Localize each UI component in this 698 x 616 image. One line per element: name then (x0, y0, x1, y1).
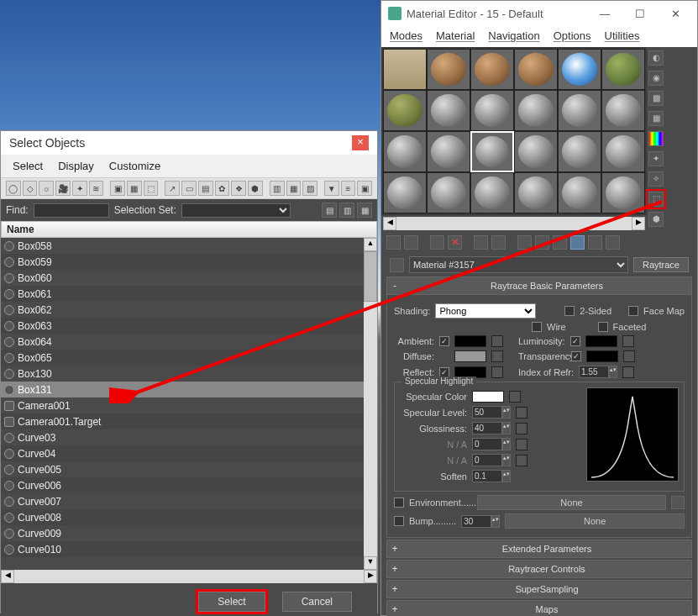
background-icon[interactable]: ▩ (648, 91, 664, 106)
expand-icon[interactable]: + (390, 563, 400, 575)
filter-shapes-icon[interactable]: ◇ (23, 181, 38, 196)
spinner-icon[interactable]: ▴▾ (609, 366, 617, 378)
ior-input[interactable] (579, 366, 609, 378)
facemap-checkbox[interactable] (628, 306, 638, 316)
environment-map-button[interactable]: None (477, 495, 666, 510)
ambient-checkbox[interactable] (439, 336, 449, 346)
spinner-icon[interactable]: ▴▾ (502, 406, 511, 419)
tool-filter-icon[interactable]: ▼ (324, 181, 339, 196)
sample-slot[interactable] (427, 90, 470, 131)
scroll-right-icon[interactable]: ▶ (632, 217, 645, 230)
list-item[interactable]: Box058 (1, 238, 377, 254)
sample-uv-icon[interactable]: ▦ (648, 111, 664, 126)
menu-navigation[interactable]: Navigation (488, 29, 539, 42)
sample-hscroll[interactable]: ◀ ▶ (383, 217, 645, 230)
scroll-left-icon[interactable]: ◀ (383, 217, 396, 230)
put-to-scene-icon[interactable] (404, 235, 418, 250)
list-item[interactable]: Curve007 (1, 493, 377, 509)
scroll-down-icon[interactable]: ▼ (364, 556, 377, 570)
sample-slot[interactable] (514, 90, 558, 131)
ambient-swatch[interactable] (454, 335, 486, 347)
sample-slot[interactable] (601, 90, 645, 131)
find-input[interactable] (34, 203, 109, 218)
list-item[interactable]: Camera001 (1, 398, 377, 413)
material-type-button[interactable]: Raytrace (633, 257, 689, 272)
rollout-header[interactable]: +Maps (386, 600, 692, 616)
make-copy-icon[interactable] (474, 235, 488, 250)
menu-options[interactable]: Options (554, 29, 591, 42)
list-item[interactable]: Curve010 (1, 541, 377, 557)
filter-groups-icon[interactable]: ▣ (110, 181, 125, 196)
rollout-header[interactable]: +Raytracer Controls (386, 560, 692, 578)
material-map-nav-icon[interactable]: ⬢ (648, 212, 664, 227)
sample-slot[interactable] (558, 131, 601, 172)
ambient-map-button[interactable] (491, 335, 503, 347)
sample-slot[interactable] (514, 49, 558, 90)
spinner-icon[interactable]: ▴▾ (502, 470, 511, 482)
filter-lights-icon[interactable]: ☼ (39, 181, 54, 196)
luminosity-swatch[interactable] (585, 335, 617, 347)
name-column-header[interactable]: Name (1, 221, 377, 238)
list-tool-a-icon[interactable]: ▤ (322, 203, 337, 218)
sample-slot[interactable] (383, 172, 427, 213)
glossiness-map-button[interactable] (516, 423, 527, 434)
show-map-icon[interactable] (553, 235, 567, 250)
reflect-checkbox[interactable] (439, 367, 449, 377)
diffuse-map-button[interactable] (491, 350, 503, 362)
sample-slot[interactable] (427, 131, 470, 172)
diffuse-swatch[interactable] (454, 350, 486, 362)
glossiness-input[interactable] (472, 422, 502, 434)
list-item[interactable]: Curve04 (1, 445, 377, 461)
scroll-thumb[interactable] (364, 251, 377, 302)
list-item[interactable]: Curve006 (1, 477, 377, 493)
sample-slot[interactable] (558, 90, 601, 131)
spec-color-swatch[interactable] (472, 391, 504, 403)
list-item[interactable]: Box064 (1, 334, 377, 350)
reset-map-icon[interactable]: ✕ (448, 235, 462, 250)
make-unique-icon[interactable] (491, 235, 506, 250)
select-invert-icon[interactable]: ▤ (198, 181, 213, 196)
backlight-icon[interactable]: ◉ (648, 71, 664, 86)
tool-b-icon[interactable]: ▦ (286, 181, 302, 196)
wire-checkbox[interactable] (532, 322, 542, 332)
sample-slot[interactable] (601, 131, 645, 172)
minimize-icon[interactable]: — (590, 4, 620, 23)
sample-slot[interactable] (558, 172, 601, 213)
options-icon[interactable]: ✧ (648, 171, 664, 187)
sample-slot-selected[interactable] (470, 131, 514, 172)
filter-geometry-icon[interactable]: ◯ (6, 181, 21, 196)
menu-utilities[interactable]: Utilities (605, 29, 640, 42)
list-vertical-scrollbar[interactable]: ▲ ▼ (364, 238, 377, 570)
list-item[interactable]: Box061 (1, 286, 377, 302)
menu-material[interactable]: Material (436, 29, 475, 42)
list-tool-b-icon[interactable]: ▥ (339, 203, 354, 218)
list-item[interactable]: Box060 (1, 270, 377, 286)
luminosity-checkbox[interactable] (570, 336, 580, 346)
list-item[interactable]: Box062 (1, 302, 377, 318)
close-icon[interactable]: ✕ (660, 4, 690, 23)
close-icon[interactable]: × (352, 135, 369, 150)
video-color-check-icon[interactable] (648, 131, 664, 146)
bump-checkbox[interactable] (394, 516, 404, 526)
list-tool-c-icon[interactable]: ▦ (357, 203, 372, 218)
list-horizontal-scrollbar[interactable]: ◀ ▶ (1, 570, 377, 583)
menu-modes[interactable]: Modes (390, 29, 422, 42)
twosided-checkbox[interactable] (564, 306, 575, 316)
spec-level-map-button[interactable] (516, 407, 527, 419)
bump-amount-input[interactable] (461, 515, 491, 528)
collapse-icon[interactable]: - (390, 280, 400, 292)
cancel-button[interactable]: Cancel (282, 592, 352, 612)
menu-display[interactable]: Display (58, 160, 94, 172)
filter-bones-icon[interactable]: ⬚ (144, 181, 159, 196)
sample-slot[interactable] (601, 49, 645, 90)
make-preview-icon[interactable]: ✦ (648, 151, 664, 166)
select-dialog-titlebar[interactable]: Select Objects × (1, 131, 377, 155)
sample-slot[interactable] (470, 49, 514, 90)
sample-slot[interactable] (558, 49, 601, 90)
filter-spacewarps-icon[interactable]: ≋ (89, 181, 104, 196)
transparency-map-button[interactable] (623, 350, 635, 362)
shading-dropdown[interactable]: Phong (435, 303, 536, 319)
spec-level-input[interactable] (472, 406, 502, 419)
spinner-icon[interactable]: ▴▾ (502, 422, 511, 434)
list-item[interactable]: Curve005 (1, 461, 377, 477)
